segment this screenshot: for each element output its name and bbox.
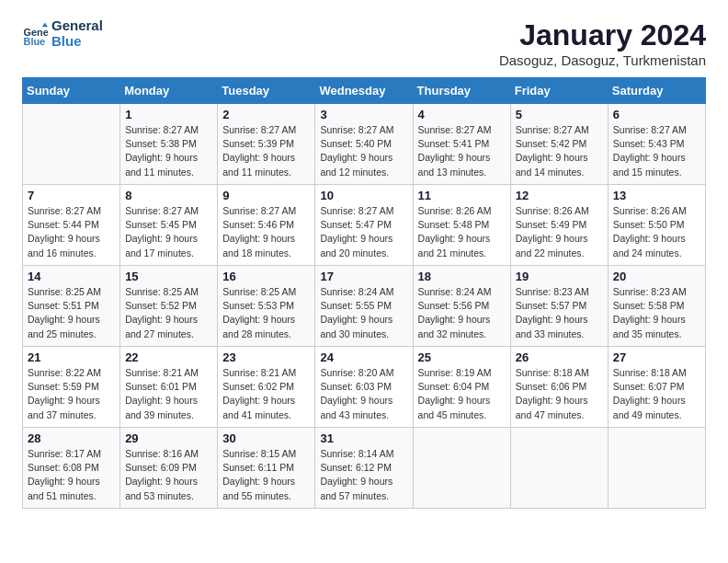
week-row-4: 21Sunrise: 8:22 AMSunset: 5:59 PMDayligh… bbox=[23, 347, 706, 428]
day-info: Sunrise: 8:27 AMSunset: 5:47 PMDaylight:… bbox=[320, 204, 407, 260]
week-row-3: 14Sunrise: 8:25 AMSunset: 5:51 PMDayligh… bbox=[23, 266, 706, 347]
day-info: Sunrise: 8:23 AMSunset: 5:58 PMDaylight:… bbox=[613, 285, 700, 341]
day-number: 7 bbox=[28, 189, 115, 202]
day-number: 29 bbox=[125, 431, 212, 445]
day-info: Sunrise: 8:27 AMSunset: 5:38 PMDaylight:… bbox=[125, 123, 212, 179]
svg-marker-2 bbox=[42, 22, 48, 27]
day-cell: 12Sunrise: 8:26 AMSunset: 5:49 PMDayligh… bbox=[510, 185, 608, 266]
day-cell bbox=[510, 428, 608, 509]
week-row-5: 28Sunrise: 8:17 AMSunset: 6:08 PMDayligh… bbox=[23, 428, 706, 509]
day-number: 4 bbox=[418, 108, 506, 121]
week-row-2: 7Sunrise: 8:27 AMSunset: 5:44 PMDaylight… bbox=[23, 185, 706, 266]
day-cell: 4Sunrise: 8:27 AMSunset: 5:41 PMDaylight… bbox=[413, 104, 510, 185]
day-info: Sunrise: 8:26 AMSunset: 5:48 PMDaylight:… bbox=[418, 204, 506, 260]
day-number: 18 bbox=[418, 270, 506, 283]
day-info: Sunrise: 8:16 AMSunset: 6:09 PMDaylight:… bbox=[125, 447, 212, 503]
day-number: 2 bbox=[222, 108, 310, 121]
logo-text-general: General bbox=[51, 18, 103, 34]
day-number: 28 bbox=[28, 431, 115, 445]
day-info: Sunrise: 8:17 AMSunset: 6:08 PMDaylight:… bbox=[28, 447, 115, 503]
day-info: Sunrise: 8:19 AMSunset: 6:04 PMDaylight:… bbox=[418, 366, 506, 422]
day-cell: 20Sunrise: 8:23 AMSunset: 5:58 PMDayligh… bbox=[608, 266, 705, 347]
day-cell: 31Sunrise: 8:14 AMSunset: 6:12 PMDayligh… bbox=[315, 428, 413, 509]
day-number: 8 bbox=[125, 189, 212, 202]
day-cell: 2Sunrise: 8:27 AMSunset: 5:39 PMDaylight… bbox=[218, 104, 315, 185]
day-number: 1 bbox=[125, 108, 212, 121]
day-number: 13 bbox=[613, 189, 700, 202]
day-info: Sunrise: 8:24 AMSunset: 5:55 PMDaylight:… bbox=[320, 285, 407, 341]
day-info: Sunrise: 8:25 AMSunset: 5:53 PMDaylight:… bbox=[222, 285, 310, 341]
day-cell: 27Sunrise: 8:18 AMSunset: 6:07 PMDayligh… bbox=[608, 347, 705, 428]
col-header-thursday: Thursday bbox=[413, 78, 510, 104]
day-cell bbox=[413, 428, 510, 509]
day-cell: 10Sunrise: 8:27 AMSunset: 5:47 PMDayligh… bbox=[315, 185, 413, 266]
day-cell: 19Sunrise: 8:23 AMSunset: 5:57 PMDayligh… bbox=[510, 266, 608, 347]
day-cell: 6Sunrise: 8:27 AMSunset: 5:43 PMDaylight… bbox=[608, 104, 705, 185]
day-info: Sunrise: 8:27 AMSunset: 5:46 PMDaylight:… bbox=[222, 204, 310, 260]
day-cell: 25Sunrise: 8:19 AMSunset: 6:04 PMDayligh… bbox=[413, 347, 510, 428]
day-info: Sunrise: 8:18 AMSunset: 6:06 PMDaylight:… bbox=[516, 366, 603, 422]
title-block: January 2024 Dasoguz, Dasoguz, Turkmenis… bbox=[499, 18, 706, 68]
col-header-sunday: Sunday bbox=[23, 78, 120, 104]
col-header-wednesday: Wednesday bbox=[315, 78, 413, 104]
day-number: 23 bbox=[222, 350, 310, 364]
day-info: Sunrise: 8:20 AMSunset: 6:03 PMDaylight:… bbox=[320, 366, 407, 422]
day-info: Sunrise: 8:27 AMSunset: 5:41 PMDaylight:… bbox=[418, 123, 506, 179]
day-info: Sunrise: 8:18 AMSunset: 6:07 PMDaylight:… bbox=[613, 366, 700, 422]
day-cell bbox=[608, 428, 705, 509]
day-cell: 23Sunrise: 8:21 AMSunset: 6:02 PMDayligh… bbox=[218, 347, 315, 428]
month-title: January 2024 bbox=[499, 18, 706, 52]
day-info: Sunrise: 8:21 AMSunset: 6:01 PMDaylight:… bbox=[125, 366, 212, 422]
day-number: 5 bbox=[516, 108, 603, 121]
calendar-table: SundayMondayTuesdayWednesdayThursdayFrid… bbox=[22, 77, 706, 509]
day-number: 10 bbox=[320, 189, 407, 202]
day-number: 19 bbox=[516, 270, 603, 283]
day-cell: 30Sunrise: 8:15 AMSunset: 6:11 PMDayligh… bbox=[218, 428, 315, 509]
day-number: 11 bbox=[418, 189, 506, 202]
location-subtitle: Dasoguz, Dasoguz, Turkmenistan bbox=[499, 52, 706, 68]
day-cell: 18Sunrise: 8:24 AMSunset: 5:56 PMDayligh… bbox=[413, 266, 510, 347]
day-cell: 3Sunrise: 8:27 AMSunset: 5:40 PMDaylight… bbox=[315, 104, 413, 185]
day-cell: 13Sunrise: 8:26 AMSunset: 5:50 PMDayligh… bbox=[608, 185, 705, 266]
logo-text-blue: Blue bbox=[51, 34, 103, 50]
day-info: Sunrise: 8:21 AMSunset: 6:02 PMDaylight:… bbox=[222, 366, 310, 422]
day-info: Sunrise: 8:27 AMSunset: 5:45 PMDaylight:… bbox=[125, 204, 212, 260]
day-cell: 15Sunrise: 8:25 AMSunset: 5:52 PMDayligh… bbox=[120, 266, 218, 347]
day-cell: 16Sunrise: 8:25 AMSunset: 5:53 PMDayligh… bbox=[218, 266, 315, 347]
day-info: Sunrise: 8:26 AMSunset: 5:50 PMDaylight:… bbox=[613, 204, 700, 260]
day-number: 20 bbox=[613, 270, 700, 283]
day-cell: 9Sunrise: 8:27 AMSunset: 5:46 PMDaylight… bbox=[218, 185, 315, 266]
day-number: 27 bbox=[613, 350, 700, 364]
logo: General Blue General Blue bbox=[22, 18, 103, 49]
day-info: Sunrise: 8:27 AMSunset: 5:39 PMDaylight:… bbox=[222, 123, 310, 179]
day-info: Sunrise: 8:25 AMSunset: 5:51 PMDaylight:… bbox=[28, 285, 115, 341]
day-number: 21 bbox=[28, 350, 115, 364]
day-cell: 24Sunrise: 8:20 AMSunset: 6:03 PMDayligh… bbox=[315, 347, 413, 428]
day-cell: 8Sunrise: 8:27 AMSunset: 5:45 PMDaylight… bbox=[120, 185, 218, 266]
col-header-monday: Monday bbox=[120, 78, 218, 104]
day-number: 15 bbox=[125, 270, 212, 283]
day-number: 31 bbox=[320, 431, 407, 445]
week-row-1: 1Sunrise: 8:27 AMSunset: 5:38 PMDaylight… bbox=[23, 104, 706, 185]
day-info: Sunrise: 8:27 AMSunset: 5:44 PMDaylight:… bbox=[28, 204, 115, 260]
day-cell: 17Sunrise: 8:24 AMSunset: 5:55 PMDayligh… bbox=[315, 266, 413, 347]
col-header-saturday: Saturday bbox=[608, 78, 705, 104]
day-number: 25 bbox=[418, 350, 506, 364]
day-number: 6 bbox=[613, 108, 700, 121]
day-info: Sunrise: 8:27 AMSunset: 5:42 PMDaylight:… bbox=[516, 123, 603, 179]
day-cell: 14Sunrise: 8:25 AMSunset: 5:51 PMDayligh… bbox=[23, 266, 120, 347]
day-number: 17 bbox=[320, 270, 407, 283]
day-cell: 1Sunrise: 8:27 AMSunset: 5:38 PMDaylight… bbox=[120, 104, 218, 185]
day-number: 3 bbox=[320, 108, 407, 121]
svg-text:Blue: Blue bbox=[24, 35, 46, 46]
day-number: 12 bbox=[516, 189, 603, 202]
day-cell bbox=[23, 104, 120, 185]
day-number: 30 bbox=[222, 431, 310, 445]
day-info: Sunrise: 8:23 AMSunset: 5:57 PMDaylight:… bbox=[516, 285, 603, 341]
day-cell: 7Sunrise: 8:27 AMSunset: 5:44 PMDaylight… bbox=[23, 185, 120, 266]
page-header: General Blue General Blue January 2024 D… bbox=[22, 18, 706, 68]
day-info: Sunrise: 8:14 AMSunset: 6:12 PMDaylight:… bbox=[320, 447, 407, 503]
day-info: Sunrise: 8:26 AMSunset: 5:49 PMDaylight:… bbox=[516, 204, 603, 260]
day-cell: 29Sunrise: 8:16 AMSunset: 6:09 PMDayligh… bbox=[120, 428, 218, 509]
day-cell: 21Sunrise: 8:22 AMSunset: 5:59 PMDayligh… bbox=[23, 347, 120, 428]
